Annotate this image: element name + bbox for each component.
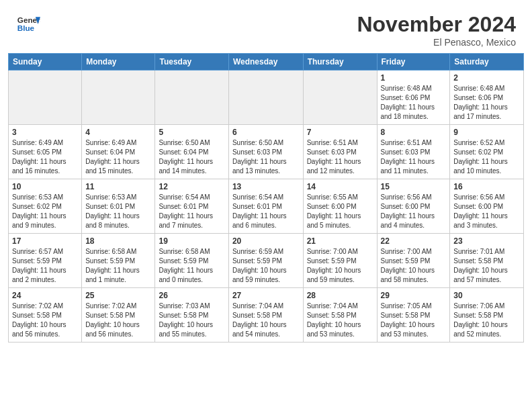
calendar-header-row: Sunday Monday Tuesday Wednesday Thursday… [9,54,524,71]
calendar-container: Sunday Monday Tuesday Wednesday Thursday… [0,53,532,351]
table-row: 24Sunrise: 7:02 AM Sunset: 5:58 PM Dayli… [9,288,82,342]
day-info: Sunrise: 6:48 AM Sunset: 6:06 PM Dayligh… [453,84,520,122]
day-info: Sunrise: 6:49 AM Sunset: 6:04 PM Dayligh… [85,138,151,176]
calendar-body: 1Sunrise: 6:48 AM Sunset: 6:06 PM Daylig… [9,71,524,342]
day-number: 20 [232,236,300,246]
table-row: 3Sunrise: 6:49 AM Sunset: 6:05 PM Daylig… [9,125,82,179]
table-row: 9Sunrise: 6:52 AM Sunset: 6:02 PM Daylig… [450,125,524,179]
table-row [155,71,228,125]
day-info: Sunrise: 6:58 AM Sunset: 5:59 PM Dayligh… [159,247,224,285]
table-row: 26Sunrise: 7:03 AM Sunset: 5:58 PM Dayli… [155,288,228,342]
day-number: 29 [381,291,447,300]
day-number: 7 [307,128,373,137]
table-row: 20Sunrise: 6:59 AM Sunset: 5:59 PM Dayli… [228,234,303,288]
day-info: Sunrise: 6:54 AM Sunset: 6:01 PM Dayligh… [159,193,224,230]
col-sunday: Sunday [9,54,82,71]
table-row: 6Sunrise: 6:50 AM Sunset: 6:03 PM Daylig… [228,125,303,179]
table-row: 25Sunrise: 7:02 AM Sunset: 5:58 PM Dayli… [82,288,155,342]
day-info: Sunrise: 6:56 AM Sunset: 6:00 PM Dayligh… [453,193,520,230]
day-number: 17 [12,236,78,246]
table-row: 12Sunrise: 6:54 AM Sunset: 6:01 PM Dayli… [155,179,228,234]
day-number: 16 [453,182,520,191]
day-info: Sunrise: 6:58 AM Sunset: 5:59 PM Dayligh… [85,247,151,285]
day-info: Sunrise: 7:00 AM Sunset: 5:59 PM Dayligh… [307,247,373,285]
day-number: 30 [453,291,520,300]
day-number: 19 [159,236,224,246]
day-number: 18 [85,236,151,246]
table-row: 10Sunrise: 6:53 AM Sunset: 6:02 PM Dayli… [9,179,82,234]
day-number: 11 [85,182,151,191]
day-number: 25 [85,291,151,300]
table-row: 16Sunrise: 6:56 AM Sunset: 6:00 PM Dayli… [450,179,524,234]
day-number: 1 [381,73,447,83]
col-tuesday: Tuesday [155,54,228,71]
day-number: 28 [307,291,373,300]
col-friday: Friday [377,54,450,71]
day-number: 6 [232,128,300,137]
table-row [9,71,82,125]
location: El Penasco, Mexico [357,37,516,48]
page-header: General Blue November 2024 El Penasco, M… [0,0,532,53]
day-number: 24 [12,291,78,300]
day-number: 15 [381,182,447,191]
table-row: 15Sunrise: 6:56 AM Sunset: 6:00 PM Dayli… [377,179,450,234]
day-info: Sunrise: 6:51 AM Sunset: 6:03 PM Dayligh… [307,138,373,176]
table-row: 8Sunrise: 6:51 AM Sunset: 6:03 PM Daylig… [377,125,450,179]
day-info: Sunrise: 6:52 AM Sunset: 6:02 PM Dayligh… [453,138,520,176]
week-row-1: 1Sunrise: 6:48 AM Sunset: 6:06 PM Daylig… [9,71,524,125]
day-info: Sunrise: 6:50 AM Sunset: 6:04 PM Dayligh… [159,138,224,176]
day-info: Sunrise: 7:01 AM Sunset: 5:58 PM Dayligh… [453,247,520,285]
day-info: Sunrise: 7:06 AM Sunset: 5:58 PM Dayligh… [453,302,520,339]
day-number: 9 [453,128,520,137]
day-number: 12 [159,182,224,191]
day-info: Sunrise: 6:50 AM Sunset: 6:03 PM Dayligh… [232,138,300,176]
table-row: 18Sunrise: 6:58 AM Sunset: 5:59 PM Dayli… [82,234,155,288]
day-info: Sunrise: 7:03 AM Sunset: 5:58 PM Dayligh… [159,302,224,339]
day-number: 13 [232,182,300,191]
day-info: Sunrise: 6:51 AM Sunset: 6:03 PM Dayligh… [381,138,447,176]
svg-text:Blue: Blue [17,24,35,32]
day-info: Sunrise: 6:56 AM Sunset: 6:00 PM Dayligh… [381,193,447,230]
day-number: 8 [381,128,447,137]
week-row-5: 24Sunrise: 7:02 AM Sunset: 5:58 PM Dayli… [9,288,524,342]
day-number: 10 [12,182,78,191]
table-row: 13Sunrise: 6:54 AM Sunset: 6:01 PM Dayli… [228,179,303,234]
day-info: Sunrise: 6:49 AM Sunset: 6:05 PM Dayligh… [12,138,78,176]
col-saturday: Saturday [450,54,524,71]
day-info: Sunrise: 7:00 AM Sunset: 5:59 PM Dayligh… [381,247,447,285]
day-info: Sunrise: 6:54 AM Sunset: 6:01 PM Dayligh… [232,193,300,230]
day-number: 2 [453,73,520,83]
week-row-3: 10Sunrise: 6:53 AM Sunset: 6:02 PM Dayli… [9,179,524,234]
day-number: 3 [12,128,78,137]
day-info: Sunrise: 6:48 AM Sunset: 6:06 PM Dayligh… [381,84,447,122]
day-info: Sunrise: 6:53 AM Sunset: 6:02 PM Dayligh… [12,193,78,230]
day-info: Sunrise: 7:02 AM Sunset: 5:58 PM Dayligh… [85,302,151,339]
table-row: 11Sunrise: 6:53 AM Sunset: 6:01 PM Dayli… [82,179,155,234]
title-block: November 2024 El Penasco, Mexico [357,12,516,48]
table-row: 19Sunrise: 6:58 AM Sunset: 5:59 PM Dayli… [155,234,228,288]
week-row-4: 17Sunrise: 6:57 AM Sunset: 5:59 PM Dayli… [9,234,524,288]
day-number: 22 [381,236,447,246]
table-row: 27Sunrise: 7:04 AM Sunset: 5:58 PM Dayli… [228,288,303,342]
table-row: 4Sunrise: 6:49 AM Sunset: 6:04 PM Daylig… [82,125,155,179]
col-thursday: Thursday [303,54,377,71]
col-monday: Monday [82,54,155,71]
day-number: 27 [232,291,300,300]
day-number: 5 [159,128,224,137]
col-wednesday: Wednesday [228,54,303,71]
day-info: Sunrise: 7:04 AM Sunset: 5:58 PM Dayligh… [307,302,373,339]
day-info: Sunrise: 6:59 AM Sunset: 5:59 PM Dayligh… [232,247,300,285]
table-row [303,71,377,125]
month-title: November 2024 [357,12,516,37]
table-row [82,71,155,125]
logo: General Blue [16,12,40,36]
day-number: 4 [85,128,151,137]
table-row [228,71,303,125]
day-number: 23 [453,236,520,246]
table-row: 1Sunrise: 6:48 AM Sunset: 6:06 PM Daylig… [377,71,450,125]
logo-icon: General Blue [16,12,40,36]
day-info: Sunrise: 7:02 AM Sunset: 5:58 PM Dayligh… [12,302,78,339]
table-row: 17Sunrise: 6:57 AM Sunset: 5:59 PM Dayli… [9,234,82,288]
table-row: 21Sunrise: 7:00 AM Sunset: 5:59 PM Dayli… [303,234,377,288]
table-row: 29Sunrise: 7:05 AM Sunset: 5:58 PM Dayli… [377,288,450,342]
